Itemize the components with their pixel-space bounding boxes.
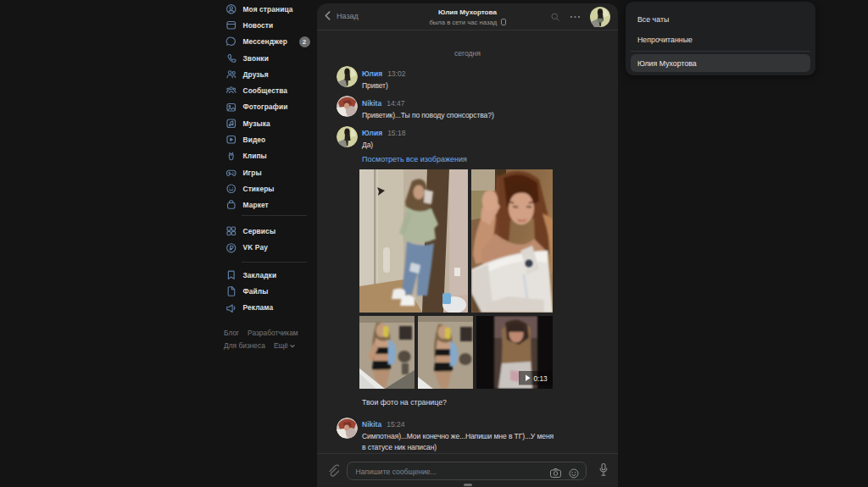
svg-text:0:13: 0:13: [534, 374, 548, 383]
